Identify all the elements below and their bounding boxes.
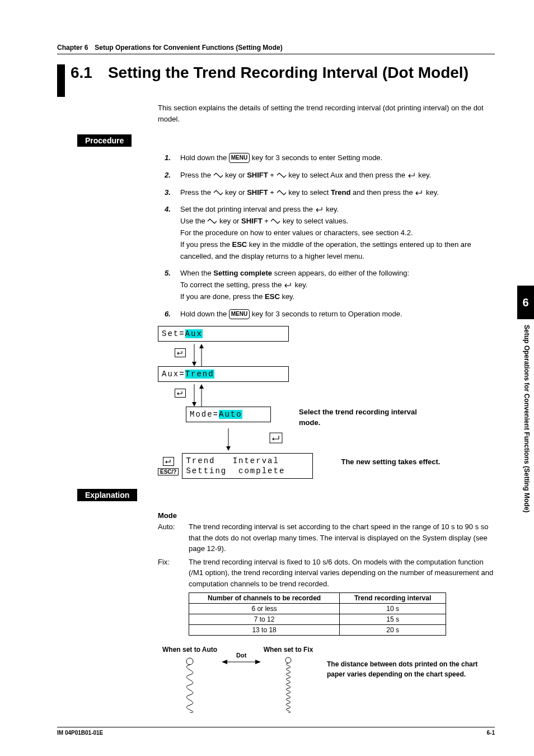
step-6: 6. Hold down the MENU key for 3 seconds …	[165, 309, 495, 320]
menu-key-icon: MENU	[229, 153, 250, 163]
svg-rect-10	[270, 433, 282, 443]
svg-point-11	[186, 658, 193, 665]
svg-marker-5	[192, 402, 196, 407]
table-cell: 15 s	[340, 614, 446, 625]
table-cell: 10 s	[340, 604, 446, 614]
section-title-row: 6.1 Setting the Trend Recording Interval…	[57, 64, 495, 97]
lcd-highlight: Auto	[219, 410, 242, 419]
chapter-header: Chapter 6 Setup Operations for Convenien…	[57, 44, 495, 54]
lcd-text: Setting complete	[186, 466, 285, 475]
step-1: 1. Hold down the MENU key for 3 seconds …	[165, 152, 495, 164]
updown-key-icon	[277, 172, 287, 179]
setting-complete-label: Setting complete	[213, 269, 272, 277]
step-text: For the procedure on how to enter values…	[180, 228, 413, 237]
lcd-text: Set=	[162, 329, 185, 338]
table-header: Number of channels to be recorded	[189, 593, 340, 604]
side-tab-chapter: 6	[517, 286, 534, 319]
step-text: key.	[293, 281, 308, 289]
step-text: key.	[424, 188, 439, 197]
dot-spring-auto-icon	[173, 657, 207, 713]
explanation-label: Explanation	[77, 489, 137, 501]
step-text: Press the	[180, 171, 213, 179]
step-text: key or	[223, 188, 247, 197]
step-text: key for 3 seconds to return to Operation…	[250, 310, 402, 318]
fix-text: The trend recording interval is fixed to…	[189, 557, 495, 590]
section-number: 6.1	[71, 64, 92, 82]
menu-key-icon: MENU	[229, 309, 250, 319]
enter-key-icon	[407, 172, 416, 179]
enter-key-icon	[175, 389, 186, 398]
step-text: +	[263, 217, 271, 225]
enter-key-icon	[163, 457, 174, 466]
side-vertical-text: Setup Operations for Convenient Function…	[523, 325, 531, 512]
svg-point-15	[285, 657, 291, 663]
step-3: 3. Press the key or SHIFT + key to selec…	[165, 187, 495, 199]
table-cell: 6 or less	[189, 604, 340, 614]
step-number: 6.	[165, 309, 180, 320]
auto-text: The trend recording interval is set acco…	[189, 521, 495, 554]
step-text: key to select values.	[280, 217, 348, 225]
step-text: If you press the	[180, 240, 232, 249]
enter-key-icon	[415, 189, 424, 196]
step-5: 5. When the Setting complete screen appe…	[165, 268, 495, 302]
step-text: key to select Aux and then press the	[287, 171, 407, 179]
channels-table: Number of channels to be recorded Trend …	[189, 592, 446, 636]
dot-arrow-icon	[222, 658, 261, 666]
esc-key-label: ESC	[265, 292, 280, 301]
enter-key-icon	[284, 282, 293, 288]
explanation-block: Mode Auto: The trend recording interval …	[158, 511, 495, 715]
trend-label: Trend	[331, 188, 350, 197]
step-text: To correct the setting, press the	[180, 281, 284, 289]
esc-key-label: ESC	[232, 240, 247, 249]
enter-key-icon	[175, 348, 186, 357]
dot-spring-fix-icon	[274, 657, 302, 713]
step-4: 4. Set the dot printing interval and pre…	[165, 204, 495, 262]
page-footer: IM 04P01B01-01E 6-1	[57, 727, 495, 736]
diagram-note: The new setting takes effect.	[341, 456, 440, 468]
lcd-text: Mode=	[190, 410, 219, 419]
updown-key-icon	[213, 189, 223, 196]
step-text: and then press the	[350, 188, 415, 197]
step-text: key.	[416, 171, 432, 179]
table-cell: 7 to 12	[189, 614, 340, 625]
lcd-screen-complete: Trend Interval Setting complete	[182, 453, 313, 479]
intro-paragraph: This section explains the details of set…	[158, 102, 495, 124]
table-row: 7 to 12 15 s	[189, 614, 446, 625]
step-number: 1.	[165, 152, 180, 164]
step-text: key or	[217, 217, 241, 225]
diagram-note: Select the trend recording interval mode…	[299, 407, 439, 428]
updown-key-icon	[213, 172, 223, 179]
svg-marker-13	[222, 660, 227, 664]
dot-auto-head: When set to Auto	[158, 646, 222, 654]
flow-arrow-icon	[186, 428, 287, 451]
svg-marker-9	[226, 446, 231, 451]
procedure-steps: 1. Hold down the MENU key for 3 seconds …	[165, 152, 495, 320]
step-text: Hold down the	[180, 153, 229, 162]
table-cell: 20 s	[340, 625, 446, 636]
step-text: screen appears, do either of the followi…	[272, 269, 409, 277]
fix-label: Fix:	[158, 557, 189, 590]
step-text: Set the dot printing interval and press …	[180, 205, 315, 213]
table-row: 6 or less 10 s	[189, 604, 446, 614]
lcd-highlight: Aux	[185, 329, 203, 338]
step-text: When the	[180, 269, 213, 277]
table-row: 13 to 18 20 s	[189, 625, 446, 636]
step-text: +	[268, 171, 277, 179]
footer-page-num: 6-1	[487, 730, 495, 736]
mode-heading: Mode	[158, 511, 495, 520]
footer-doc-id: IM 04P01B01-01E	[57, 730, 103, 736]
shift-key-label: SHIFT	[247, 188, 268, 197]
section-title: Setting the Trend Recording Interval (Do…	[108, 64, 469, 82]
flow-diagram: Set=Aux Aux=Trend Mode=Auto Select the t…	[158, 326, 495, 479]
step-number: 2.	[165, 170, 180, 181]
updown-key-icon	[270, 218, 280, 225]
lcd-screen-set: Set=Aux	[158, 326, 289, 342]
lcd-highlight: Trend	[185, 370, 214, 379]
flow-arrow-down-icon	[191, 384, 208, 407]
updown-key-icon	[277, 189, 287, 196]
dot-note-text: The distance between dots printed on the…	[327, 659, 495, 679]
shift-key-label: SHIFT	[241, 217, 263, 225]
step-text: Hold down the	[180, 310, 229, 318]
dot-fix-head: When set to Fix	[261, 646, 316, 654]
step-text: key for 3 seconds to enter Setting mode.	[250, 153, 382, 162]
